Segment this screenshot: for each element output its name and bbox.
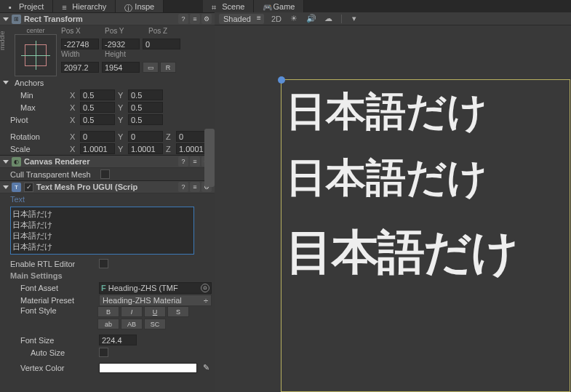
preset-icon[interactable]: ≡	[190, 156, 200, 167]
posy-label: Pos Y	[105, 27, 145, 39]
bold-button[interactable]: B	[97, 306, 119, 317]
text-label: Text	[0, 193, 215, 205]
tab-label: Game	[273, 2, 295, 11]
vertex-color-label: Vertex Color	[20, 364, 96, 372]
lowercase-button[interactable]: ab	[97, 319, 119, 329]
preset-icon[interactable]: ≡	[190, 182, 200, 192]
separator	[341, 15, 342, 23]
resize-handle[interactable]	[278, 76, 285, 84]
width-label: Width	[61, 50, 102, 62]
material-preset-label: Material Preset	[20, 296, 96, 305]
auto-size-checkbox[interactable]	[99, 348, 108, 357]
help-icon[interactable]: ?	[178, 14, 188, 24]
foldout-icon[interactable]	[3, 17, 9, 21]
uppercase-button[interactable]: AB	[121, 319, 143, 329]
tab-inspector[interactable]: ⓘInspe	[116, 0, 164, 12]
component-title: Canvas Renderer	[24, 157, 175, 166]
component-title: Text Mesh Pro UGUI (Scrip	[36, 183, 175, 191]
max-label: Max	[20, 103, 67, 112]
blueprint-button[interactable]: ▭	[143, 62, 159, 73]
font-style-label: Font Style	[10, 306, 96, 317]
scene-toolbar: Shaded 2D ☀ 🔊 ☁ ▾	[215, 12, 571, 25]
anchor-preset-button[interactable]	[15, 34, 57, 76]
inspector-panel: ⊞ Rect Transform ? ≡ ⚙ middle center Pos…	[0, 12, 215, 392]
strike-button[interactable]: S	[167, 306, 189, 317]
shading-mode-dropdown[interactable]: Shaded	[219, 14, 264, 24]
font-asset-type-icon: F	[101, 284, 106, 292]
posy-input[interactable]	[102, 39, 140, 49]
smallcaps-button[interactable]: SC	[144, 319, 166, 329]
anchor-min-y[interactable]	[128, 89, 163, 100]
mode-2d-toggle[interactable]: 2D	[271, 14, 281, 24]
posx-input[interactable]	[61, 39, 99, 49]
component-title: Rect Transform	[24, 15, 175, 23]
rot-x[interactable]	[80, 131, 115, 142]
anchor-max-y[interactable]	[128, 102, 163, 113]
scale-x[interactable]	[80, 143, 115, 154]
tab-label: Hierarchy	[72, 2, 106, 11]
gear-icon[interactable]: ⚙	[201, 14, 212, 24]
tab-hierarchy[interactable]: ≡Hierarchy	[53, 0, 116, 12]
object-picker-icon[interactable]: ⊙	[201, 284, 209, 292]
font-asset-label: Font Asset	[20, 284, 96, 292]
audio-toggle[interactable]: 🔊	[306, 14, 316, 24]
anchor-min-x[interactable]	[80, 89, 115, 100]
scale-y[interactable]	[128, 143, 163, 154]
font-asset-field[interactable]: FHeading-ZHS (TMF⊙	[99, 282, 212, 294]
rect-transform-icon: ⊞	[12, 15, 21, 24]
pivot-y[interactable]	[128, 114, 163, 125]
font-size-input[interactable]	[99, 335, 137, 345]
rect-transform-header[interactable]: ⊞ Rect Transform ? ≡ ⚙	[0, 12, 215, 25]
rendered-text-line: 日本語だけ	[286, 151, 487, 205]
tab-scene[interactable]: ⌗Scene	[203, 0, 254, 12]
dropdown-icon: ÷	[204, 296, 208, 305]
auto-size-label: Auto Size	[31, 348, 96, 357]
lighting-toggle[interactable]: ☀	[289, 14, 299, 24]
tmp-header[interactable]: T Text Mesh Pro UGUI (Scrip ?≡⚙	[0, 180, 215, 193]
foldout-icon[interactable]	[3, 81, 9, 84]
tab-project[interactable]: ▪Project	[0, 0, 53, 12]
foldout-icon[interactable]	[3, 185, 9, 189]
tab-game[interactable]: 🎮Game	[254, 0, 304, 12]
tmp-text-input[interactable]	[10, 207, 194, 255]
fx-toggle[interactable]: ☁	[324, 14, 334, 24]
anchor-mode-label: center	[10, 27, 61, 34]
rtl-label: Enable RTL Editor	[10, 260, 96, 268]
y-label: Y	[118, 103, 125, 112]
z-label: Z	[166, 145, 173, 153]
y-label: Y	[118, 132, 125, 141]
tmp-enable-checkbox[interactable]	[24, 183, 33, 192]
scene-icon: ⌗	[212, 3, 219, 10]
pivot-x[interactable]	[80, 114, 115, 125]
anchor-side-label: middle	[0, 31, 6, 50]
preset-icon[interactable]: ≡	[190, 14, 200, 24]
vertex-color-field[interactable]	[99, 363, 197, 373]
anchor-max-x[interactable]	[80, 102, 115, 113]
scrollbar-handle[interactable]	[204, 129, 215, 187]
posz-input[interactable]	[143, 39, 180, 49]
underline-button[interactable]: U	[144, 306, 166, 317]
material-preset-dropdown[interactable]: Heading-ZHS Material÷	[99, 295, 212, 306]
eyedropper-icon[interactable]: ✎	[200, 363, 212, 373]
y-label: Y	[118, 116, 125, 124]
scene-view: Shaded 2D ☀ 🔊 ☁ ▾ 日本語だけ 日本語だけ 目本語だけ	[215, 12, 571, 392]
raw-button[interactable]: R	[160, 62, 176, 73]
help-icon[interactable]: ?	[178, 182, 188, 192]
width-input[interactable]	[61, 62, 99, 73]
italic-button[interactable]: I	[121, 306, 143, 317]
cull-transparent-checkbox[interactable]	[100, 169, 110, 179]
height-input[interactable]	[102, 62, 140, 73]
gizmo-dropdown[interactable]: ▾	[349, 14, 359, 24]
tab-label: Inspe	[135, 2, 154, 11]
help-icon[interactable]: ?	[178, 156, 188, 167]
x-label: X	[70, 91, 77, 100]
x-label: X	[70, 132, 77, 141]
rot-y[interactable]	[128, 131, 163, 142]
rotation-label: Rotation	[10, 132, 67, 141]
scene-viewport[interactable]: 日本語だけ 日本語だけ 目本語だけ	[215, 25, 571, 392]
rtl-checkbox[interactable]	[99, 259, 108, 268]
font-size-label: Font Size	[20, 336, 96, 345]
foldout-icon[interactable]	[3, 160, 9, 164]
x-label: X	[70, 103, 77, 112]
canvas-renderer-header[interactable]: ◐ Canvas Renderer ?≡⚙	[0, 155, 215, 168]
